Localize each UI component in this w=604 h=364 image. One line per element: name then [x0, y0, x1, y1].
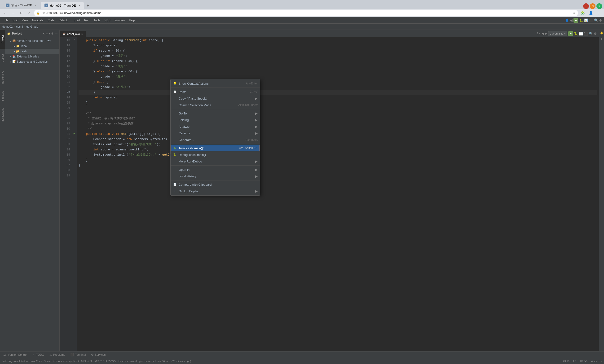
analyze-icon: [173, 125, 177, 128]
menu-window[interactable]: Window: [113, 18, 127, 23]
menu-build[interactable]: Build: [72, 18, 82, 23]
sidebar-tab-notifications[interactable]: Notifications: [0, 105, 5, 125]
browser-extensions-button[interactable]: 🧩: [579, 10, 586, 16]
ctx-shortcut-paste: Ctrl+V: [250, 90, 258, 93]
sidebar-tab-structure[interactable]: Structure: [0, 87, 5, 105]
bottom-tab-services[interactable]: ⚙ Services: [89, 352, 108, 358]
menu-vcs[interactable]: VCS: [103, 18, 112, 23]
url-bar[interactable]: 🔒 192.168.101.144/ide/web/coding/dome02/…: [34, 10, 578, 16]
nav-home-button[interactable]: ⌂: [26, 10, 33, 16]
far-right-copilot-icon[interactable]: ✦: [600, 37, 604, 41]
panel-settings-icon[interactable]: ⚙: [51, 32, 54, 35]
new-tab-button[interactable]: +: [85, 2, 91, 9]
sidebar-tab-copilot[interactable]: Copilot: [0, 49, 5, 68]
panel-collapse-icon[interactable]: ▾: [49, 32, 50, 35]
menu-help[interactable]: Help: [127, 18, 137, 23]
browser-account-button[interactable]: 👤: [587, 10, 594, 16]
ide-user-icon[interactable]: 👤: [565, 18, 569, 22]
sidebar-tab-bookmarks[interactable]: Bookmarks: [0, 68, 5, 87]
menu-tools[interactable]: Tools: [92, 18, 102, 23]
menu-navigate[interactable]: Navigate: [30, 18, 45, 23]
ctx-label-copilot: GitHub Copilot: [179, 189, 199, 193]
tab-favicon-2: T: [44, 3, 48, 7]
menu-view[interactable]: View: [20, 18, 30, 23]
status-position[interactable]: 23:10: [563, 360, 569, 363]
services-icon: ⚙: [91, 353, 94, 356]
ctx-debug-main[interactable]: 🐛 Debug 'ceshi.main()': [171, 151, 260, 158]
context-menu-overlay[interactable]: 💡 Show Context Actions Alt+Enter 📋 Paste…: [60, 30, 599, 351]
ctx-generate[interactable]: Generate... Alt+Insert: [171, 137, 260, 143]
more-run-icon: [173, 159, 177, 163]
ide-statusbar: Indexing completed in 1 min, 2 sec. Shar…: [0, 358, 604, 364]
tree-item-idea[interactable]: ▸ 📁 .idea: [5, 44, 59, 49]
menu-refactor[interactable]: Refactor: [57, 18, 71, 23]
tab-close-1[interactable]: ×: [35, 4, 37, 7]
browser-tab-1[interactable]: T 项目 - TitanIDE ×: [2, 2, 40, 9]
submenu-arrow-icon-local-history: ▶: [255, 175, 258, 178]
ctx-open-in[interactable]: Open In ▶: [171, 166, 260, 173]
tree-item-ceshi[interactable]: ▾ 📂 ceshi: [5, 49, 59, 54]
menu-file[interactable]: File: [2, 18, 10, 23]
tab-label-1: 项目 - TitanIDE: [11, 3, 32, 8]
browser-menu-button[interactable]: ⋮: [595, 10, 602, 16]
tree-item-ext-libs[interactable]: ▸ 📚 External Libraries: [5, 54, 59, 59]
panel-sync-icon[interactable]: ⟲: [43, 32, 45, 35]
settings-button[interactable]: ⚙: [599, 18, 602, 22]
browser-close[interactable]: ×: [596, 3, 602, 9]
menu-code[interactable]: Code: [46, 18, 56, 23]
nav-back-button[interactable]: ←: [2, 10, 9, 16]
bottom-tab-version-control[interactable]: ⎇ Version Control: [1, 352, 30, 358]
submenu-arrow-icon-open-in: ▶: [255, 168, 258, 172]
tree-item-scratches[interactable]: ▸ 📝 Scratches and Consoles: [5, 59, 59, 64]
compare-icon: 📄: [173, 183, 177, 186]
ide-navigate-back[interactable]: ◀: [570, 18, 573, 22]
ctx-column-selection[interactable]: Column Selection Mode Alt+Shift+Insert: [171, 102, 260, 108]
status-line-ending[interactable]: LF: [573, 360, 576, 363]
ctx-local-history[interactable]: Local History ▶: [171, 173, 260, 179]
ctx-analyze[interactable]: Analyze ▶: [171, 123, 260, 130]
status-indent[interactable]: 4 spaces: [591, 360, 602, 363]
bottom-tab-todo[interactable]: ✓ TODO: [30, 352, 46, 358]
ctx-refactor[interactable]: Refactor ▶: [171, 130, 260, 137]
ctx-label-run: Run 'ceshi.main()': [179, 146, 203, 150]
menu-run[interactable]: Run: [82, 18, 91, 23]
tab-close-2[interactable]: ×: [78, 4, 80, 7]
nav-refresh-button[interactable]: ↻: [18, 10, 25, 16]
menu-edit[interactable]: Edit: [11, 18, 19, 23]
ctx-run-main[interactable]: ▶ Run 'ceshi.main()' Ctrl+Shift+F10: [171, 145, 260, 151]
breadcrumb-part-0[interactable]: dome02: [2, 25, 13, 28]
browser-minimize[interactable]: −: [583, 3, 589, 9]
browser-maximize[interactable]: □: [590, 3, 595, 9]
search-everywhere-button[interactable]: 🔍: [594, 18, 598, 22]
ctx-copy-paste-special[interactable]: Copy / Paste Special ▶: [171, 95, 260, 102]
ctx-go-to[interactable]: Go To ▶: [171, 110, 260, 117]
run-button[interactable]: ▶: [573, 18, 578, 23]
status-text: Indexing completed in 1 min, 2 sec. Shar…: [2, 360, 191, 363]
ctx-more-run[interactable]: More Run/Debug ▶: [171, 158, 260, 165]
browser-tabs: T 项目 - TitanIDE × T dome02 - TitanIDE × …: [0, 0, 604, 9]
project-panel-header: 📁 Project ⟲ ≡ ▾ ⚙ —: [5, 30, 59, 37]
coverage-button[interactable]: 📊: [584, 18, 588, 22]
nav-forward-button[interactable]: →: [10, 10, 17, 16]
ctx-paste[interactable]: 📋 Paste Ctrl+V: [171, 88, 260, 95]
ctx-github-copilot[interactable]: ✦ GitHub Copilot ▶: [171, 188, 260, 194]
breadcrumb-part-2[interactable]: getGrade: [26, 25, 38, 28]
sidebar-tab-project[interactable]: Project: [0, 30, 5, 49]
stop-button[interactable]: ⬛: [589, 18, 593, 22]
breadcrumb-part-1[interactable]: ceshi: [16, 25, 23, 28]
far-right-notifications-icon[interactable]: 🔔: [600, 31, 604, 35]
ctx-compare-clipboard[interactable]: 📄 Compare with Clipboard: [171, 181, 260, 188]
browser-tab-2[interactable]: T dome02 - TitanIDE ×: [41, 2, 84, 9]
ctx-folding[interactable]: Folding ▶: [171, 117, 260, 123]
debug-button[interactable]: 🐛: [579, 18, 583, 22]
project-panel: 📁 Project ⟲ ≡ ▾ ⚙ — ▸ 📦 dome02 sources r…: [5, 30, 60, 351]
open-in-icon: [173, 168, 177, 172]
status-encoding[interactable]: UTF-8: [580, 360, 587, 363]
panel-filter-icon[interactable]: ≡: [46, 32, 48, 35]
bottom-tab-problems[interactable]: ⚠ Problems: [47, 352, 68, 358]
ctx-show-context-actions[interactable]: 💡 Show Context Actions Alt+Enter: [171, 80, 260, 87]
panel-close-icon[interactable]: —: [55, 32, 58, 35]
star-icon: ☆: [573, 11, 576, 15]
bottom-tab-terminal[interactable]: ⬛ Terminal: [68, 352, 88, 358]
tree-item-dome02[interactable]: ▸ 📦 dome02 sources root, ~/wo: [5, 38, 59, 44]
